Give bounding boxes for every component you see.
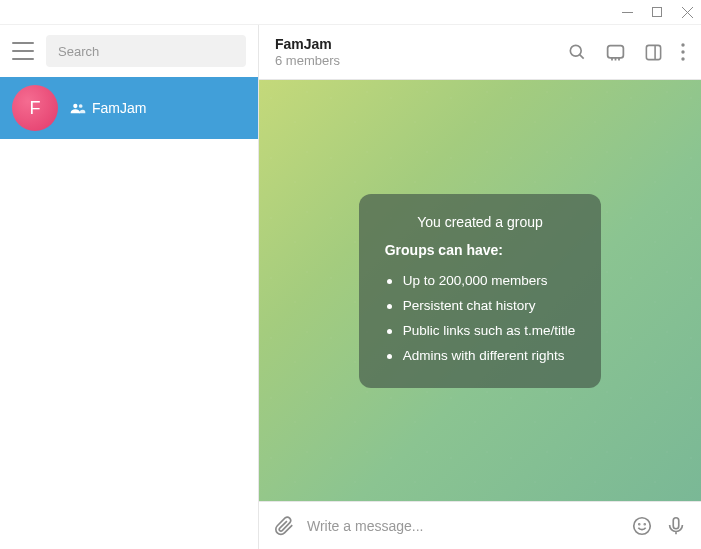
info-item: Public links such as t.me/title (385, 318, 576, 343)
chat-list: F FamJam (0, 77, 258, 549)
group-icon (70, 102, 86, 114)
avatar: F (12, 85, 58, 131)
svg-rect-9 (646, 45, 660, 59)
svg-point-14 (634, 517, 651, 534)
main-panel: FamJam 6 members You created a group Gro… (259, 25, 701, 549)
sidepanel-icon[interactable] (644, 43, 663, 62)
svg-point-13 (681, 57, 684, 60)
chat-header: FamJam 6 members (259, 25, 701, 80)
maximize-button[interactable] (651, 6, 663, 18)
group-info-card: You created a group Groups can have: Up … (359, 194, 602, 388)
svg-line-7 (580, 55, 584, 59)
svg-point-11 (681, 43, 684, 46)
info-subtitle: Groups can have: (385, 242, 576, 258)
window-titlebar (0, 0, 701, 25)
info-title: You created a group (385, 214, 576, 230)
sidebar: F FamJam (0, 25, 259, 549)
svg-point-15 (639, 523, 640, 524)
more-icon[interactable] (681, 43, 685, 61)
svg-point-6 (570, 45, 581, 56)
search-icon[interactable] (567, 42, 587, 62)
info-item: Persistent chat history (385, 293, 576, 318)
chat-header-info[interactable]: FamJam 6 members (275, 36, 567, 68)
search-input[interactable] (46, 35, 246, 67)
attach-icon[interactable] (273, 515, 295, 537)
svg-rect-17 (673, 517, 679, 528)
menu-button[interactable] (12, 42, 34, 60)
live-stream-icon[interactable] (605, 42, 626, 63)
chat-subtitle: 6 members (275, 53, 567, 68)
info-item: Up to 200,000 members (385, 268, 576, 293)
close-button[interactable] (681, 6, 693, 18)
chat-area: You created a group Groups can have: Up … (259, 80, 701, 501)
voice-icon[interactable] (665, 515, 687, 537)
svg-point-16 (644, 523, 645, 524)
minimize-button[interactable] (621, 6, 633, 18)
chat-name: FamJam (92, 100, 146, 116)
chat-list-item[interactable]: F FamJam (0, 77, 258, 139)
info-item: Admins with different rights (385, 343, 576, 368)
svg-point-4 (73, 104, 77, 108)
svg-point-5 (79, 104, 83, 108)
svg-rect-8 (608, 45, 624, 57)
emoji-icon[interactable] (631, 515, 653, 537)
chat-title: FamJam (275, 36, 567, 52)
message-composer (259, 501, 701, 549)
svg-point-12 (681, 50, 684, 53)
message-input[interactable] (307, 518, 619, 534)
info-list: Up to 200,000 members Persistent chat hi… (385, 268, 576, 368)
svg-rect-1 (653, 8, 662, 17)
